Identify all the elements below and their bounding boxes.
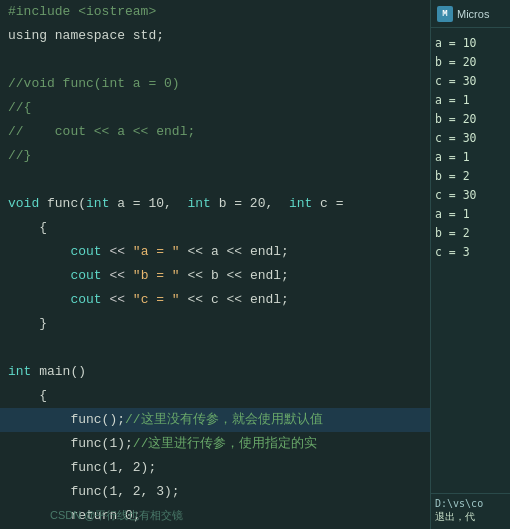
code-line-18: func();//这里没有传参，就会使用默认值 bbox=[0, 408, 430, 432]
code-line-20: func(1, 2); bbox=[0, 456, 430, 480]
output-path: D:\vs\co bbox=[435, 498, 506, 509]
microsoft-icon: M bbox=[437, 6, 453, 22]
code-line-8 bbox=[0, 168, 430, 192]
code-line-6: // cout << a << endl; bbox=[0, 120, 430, 144]
code-line-12: cout << "b = " << b << endl; bbox=[0, 264, 430, 288]
output-line-10: a = 1 bbox=[435, 205, 506, 224]
output-line-7: a = 1 bbox=[435, 148, 506, 167]
code-editor: #include <iostream> using namespace std;… bbox=[0, 0, 430, 529]
output-line-1: a = 10 bbox=[435, 34, 506, 53]
code-line-13: cout << "c = " << c << endl; bbox=[0, 288, 430, 312]
output-line-8: b = 2 bbox=[435, 167, 506, 186]
code-line-1: #include <iostream> bbox=[0, 0, 430, 24]
output-line-3: c = 30 bbox=[435, 72, 506, 91]
code-line-2: using namespace std; bbox=[0, 24, 430, 48]
output-line-12: c = 3 bbox=[435, 243, 506, 262]
code-line-4: //void func(int a = 0) bbox=[0, 72, 430, 96]
code-line-16: int main() bbox=[0, 360, 430, 384]
code-line-22: return 0; bbox=[0, 504, 430, 528]
output-line-9: c = 30 bbox=[435, 186, 506, 205]
output-content: a = 10 b = 20 c = 30 a = 1 b = 20 c = 30… bbox=[431, 28, 510, 493]
output-header: M Micros bbox=[431, 0, 510, 28]
code-line-15 bbox=[0, 336, 430, 360]
output-line-5: b = 20 bbox=[435, 110, 506, 129]
code-line-3 bbox=[0, 48, 430, 72]
code-line-19: func(1);//这里进行传参，使用指定的实 bbox=[0, 432, 430, 456]
code-line-7: //} bbox=[0, 144, 430, 168]
code-line-21: func(1, 2, 3); bbox=[0, 480, 430, 504]
output-line-11: b = 2 bbox=[435, 224, 506, 243]
code-line-17: { bbox=[0, 384, 430, 408]
code-line-14: } bbox=[0, 312, 430, 336]
output-exit: 退出，代 bbox=[435, 509, 506, 525]
output-bottom: D:\vs\co 退出，代 bbox=[431, 493, 510, 529]
code-line-5: //{ bbox=[0, 96, 430, 120]
code-line-10: { bbox=[0, 216, 430, 240]
output-line-2: b = 20 bbox=[435, 53, 506, 72]
code-line-9: void func(int a = 10, int b = 20, int c … bbox=[0, 192, 430, 216]
output-panel: M Micros a = 10 b = 20 c = 30 a = 1 b = … bbox=[430, 0, 510, 529]
code-line-11: cout << "a = " << a << endl; bbox=[0, 240, 430, 264]
output-title: Micros bbox=[457, 8, 489, 20]
output-line-4: a = 1 bbox=[435, 91, 506, 110]
output-line-6: c = 30 bbox=[435, 129, 506, 148]
